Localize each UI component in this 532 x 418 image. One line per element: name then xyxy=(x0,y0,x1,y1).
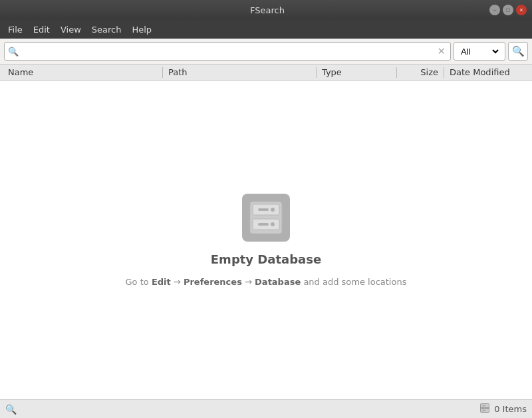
close-button[interactable]: × xyxy=(516,5,527,15)
item-count: 0 Items xyxy=(494,404,527,414)
database-label: Database xyxy=(255,277,301,287)
empty-title: Empty Database xyxy=(211,252,321,266)
menu-bar: File Edit View Search Help xyxy=(0,20,532,39)
empty-state-icon xyxy=(242,194,290,242)
svg-rect-11 xyxy=(482,410,485,411)
clear-icon[interactable]: ✕ xyxy=(436,45,447,57)
status-db-icon xyxy=(479,403,490,415)
search-bar: 🔍 ✕ All Files Folders 🔍 xyxy=(0,39,532,65)
window-controls: − □ × xyxy=(489,5,527,15)
maximize-button[interactable]: □ xyxy=(503,5,513,15)
svg-rect-9 xyxy=(482,405,485,407)
column-path[interactable]: Path xyxy=(163,67,316,77)
column-size[interactable]: Size xyxy=(397,67,444,77)
column-type[interactable]: Type xyxy=(317,67,396,77)
search-input[interactable] xyxy=(21,47,436,57)
status-bar: 🔍 0 Items xyxy=(0,399,532,418)
search-button-icon: 🔍 xyxy=(512,45,525,57)
search-button[interactable]: 🔍 xyxy=(508,42,528,61)
window-title: FSearch xyxy=(45,5,489,15)
menu-search[interactable]: Search xyxy=(86,22,127,37)
status-cabinet-icon xyxy=(479,403,490,413)
search-icon-left: 🔍 xyxy=(8,47,19,57)
empty-subtitle: Go to Edit → Preferences → Database and … xyxy=(126,277,407,287)
status-search-icon: 🔍 xyxy=(5,404,17,415)
minimize-button[interactable]: − xyxy=(489,5,500,15)
svg-rect-5 xyxy=(258,223,269,226)
svg-point-6 xyxy=(271,222,275,226)
edit-label: Edit xyxy=(152,277,171,287)
menu-edit[interactable]: Edit xyxy=(28,22,55,37)
filter-select[interactable]: All Files Folders xyxy=(458,46,501,57)
column-name[interactable]: Name xyxy=(3,67,162,77)
menu-help[interactable]: Help xyxy=(126,22,157,37)
title-bar: FSearch − □ × xyxy=(0,0,532,20)
menu-view[interactable]: View xyxy=(55,22,86,37)
filter-dropdown[interactable]: All Files Folders xyxy=(454,42,505,61)
preferences-label: Preferences xyxy=(184,277,242,287)
svg-point-3 xyxy=(271,208,275,212)
main-content: Empty Database Go to Edit → Preferences … xyxy=(0,81,532,399)
table-header: Name Path Type Size Date Modified xyxy=(0,65,532,81)
column-date[interactable]: Date Modified xyxy=(444,67,529,77)
svg-rect-2 xyxy=(258,208,269,211)
menu-file[interactable]: File xyxy=(3,22,28,37)
status-count: 0 Items xyxy=(479,403,527,415)
search-input-wrapper: 🔍 ✕ xyxy=(4,42,451,61)
filing-cabinet-icon xyxy=(247,199,285,236)
